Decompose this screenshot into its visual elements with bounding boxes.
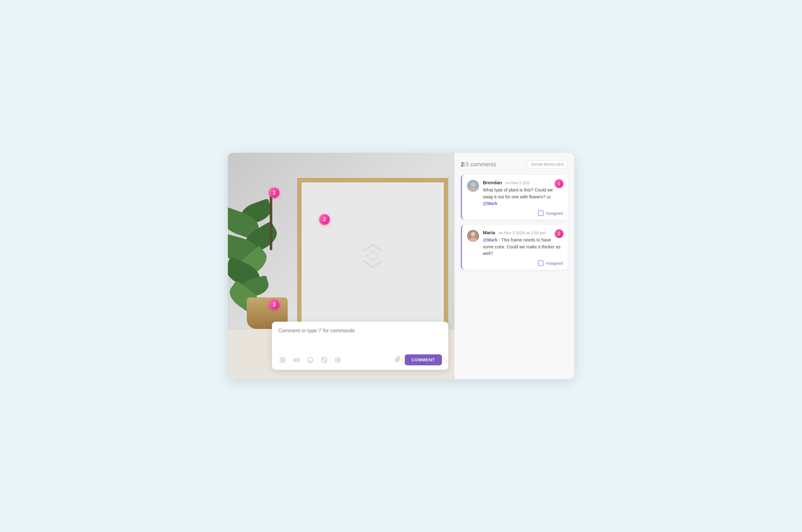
comment-footer-2: Assigned (467, 260, 563, 266)
comment-pin-badge-2: 2 (554, 229, 563, 238)
comment-date-2: on Nov 5 2020 at 2:50 pm (498, 230, 546, 235)
attach-icon[interactable] (395, 356, 401, 364)
comment-toolbar: COMMENT (278, 354, 442, 365)
comment-card-2: Maria on Nov 5 2020 at 2:50 pm @Mark - T… (461, 225, 568, 270)
current-comment-count: 2 (461, 161, 464, 168)
show-resolved-button[interactable]: SHOW RESOLVED (527, 160, 568, 169)
comments-count: 2/3 comments (461, 161, 496, 168)
comment-pin-badge-1: 1 (554, 179, 563, 188)
left-panel: 1 2 3 (228, 153, 455, 379)
logo-svg (357, 240, 388, 272)
gif-icon[interactable] (292, 356, 301, 364)
svg-point-0 (282, 359, 284, 361)
svg-point-6 (308, 357, 313, 363)
comment-button[interactable]: COMMENT (405, 354, 442, 365)
comments-header: 2/3 comments SHOW RESOLVED (461, 160, 568, 169)
pin-1[interactable]: 1 (269, 187, 279, 198)
comment-meta-1: Brendan on Nov 5 202 What type of plant … (483, 180, 563, 207)
plant-stem (270, 194, 272, 250)
total-comment-label: /3 comments (464, 161, 496, 168)
pin-3[interactable]: 3 (269, 299, 279, 310)
mention-mark-1: @Mark (483, 201, 497, 206)
comment-author-2: Maria (483, 230, 495, 235)
comment-card-header-1: Brendan on Nov 5 202 What type of plant … (467, 180, 563, 207)
assigned-checkbox-2[interactable] (538, 260, 544, 266)
comment-author-1: Brendan (483, 180, 502, 185)
comment-card-1: Brendan on Nov 5 202 What type of plant … (461, 175, 568, 220)
avatar-brendan (467, 180, 479, 192)
pin-2[interactable]: 2 (319, 214, 330, 225)
svg-line-10 (322, 358, 326, 362)
svg-point-14 (471, 182, 475, 187)
svg-point-12 (338, 359, 339, 361)
emoji-icon[interactable] (306, 356, 315, 364)
right-panel: 2/3 comments SHOW RESOLVED Brendan on No… (455, 153, 574, 379)
frame-logo (357, 240, 388, 273)
avatar-maria (467, 230, 479, 242)
mention-mark-2: @Mark (483, 238, 497, 242)
svg-point-17 (471, 232, 475, 236)
assigned-label-2: Assigned (546, 261, 563, 266)
comment-footer-1: Assigned (467, 210, 563, 216)
comment-body-1: What type of plant is this? Could we swa… (483, 187, 563, 207)
slash-icon[interactable] (320, 356, 329, 364)
toolbar-icons (278, 356, 395, 364)
record-icon[interactable] (334, 356, 343, 364)
comment-input[interactable] (278, 328, 442, 350)
comment-meta-2: Maria on Nov 5 2020 at 2:50 pm @Mark - T… (483, 230, 563, 257)
assigned-checkbox-1[interactable] (538, 210, 544, 216)
comment-card-header-2: Maria on Nov 5 2020 at 2:50 pm @Mark - T… (467, 230, 563, 257)
comment-body-2: @Mark - This frame needs to have some co… (483, 237, 563, 257)
comment-date-1: on Nov 5 202 (505, 180, 529, 185)
picture-frame (297, 178, 448, 335)
canvas-background: 1 2 3 (228, 153, 455, 379)
comment-box: COMMENT (272, 322, 448, 370)
app-container: 1 2 3 (228, 153, 574, 379)
assigned-label-1: Assigned (546, 211, 563, 216)
at-icon[interactable] (278, 356, 287, 364)
